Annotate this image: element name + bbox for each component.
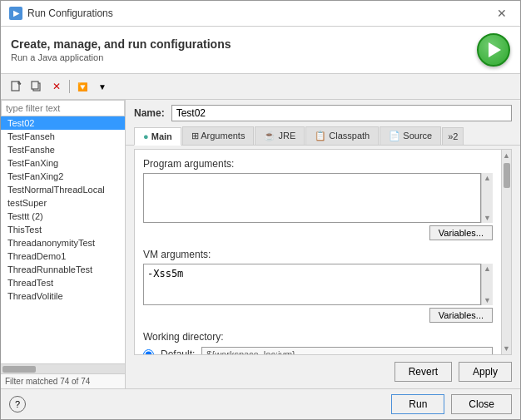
vm-args-variables-row: Variables... [143, 308, 493, 323]
scroll-up-icon[interactable]: ▲ [484, 174, 491, 182]
list-item[interactable]: ThreadRunnableTest [1, 263, 125, 276]
dialog-title: Run Configurations [27, 7, 113, 19]
apply-button[interactable]: Apply [459, 362, 512, 382]
filter-input[interactable] [1, 100, 125, 116]
list-item[interactable]: ThisTest [1, 223, 125, 236]
close-footer-button[interactable]: Close [451, 394, 512, 414]
list-item[interactable]: TestFanXing2 [1, 170, 125, 183]
filter-status: Filter matched 74 of 74 [1, 373, 125, 388]
toolbar-separator [69, 80, 70, 93]
v-scrollbar-thumb [504, 163, 510, 188]
config-panel: Program arguments: ▲ ▼ Variables... [134, 149, 512, 355]
copy-icon [31, 81, 42, 92]
vm-args-scrollbar[interactable]: ▲ ▼ [481, 264, 493, 305]
main-tab-icon: ● [143, 131, 149, 141]
tab-source[interactable]: 📄 Source [380, 126, 441, 145]
default-radio[interactable] [143, 349, 154, 355]
vm-scroll-down-icon[interactable]: ▼ [484, 296, 491, 304]
source-tab-icon: 📄 [389, 131, 400, 141]
list-item[interactable]: testSuper [1, 196, 125, 210]
config-list: Test02 TestFanseh TestFanshe TestFanXing… [1, 116, 125, 363]
default-radio-label: Default: [161, 348, 195, 354]
list-item[interactable]: TestFanseh [1, 130, 125, 143]
scroll-down-icon[interactable]: ▼ [484, 214, 491, 222]
title-bar-left: ▶ Run Configurations [9, 7, 113, 20]
tab-jre[interactable]: ☕ JRE [255, 126, 305, 145]
program-args-variables-row: Variables... [143, 225, 493, 240]
program-args-input[interactable] [143, 173, 481, 223]
jre-tab-icon: ☕ [264, 131, 275, 141]
run-button[interactable] [477, 33, 510, 67]
close-icon[interactable]: ✕ [492, 6, 512, 21]
copy-config-button[interactable] [27, 77, 46, 96]
help-button[interactable]: ? [9, 396, 26, 413]
working-dir-label: Working directory: [143, 331, 493, 343]
footer-bar: ? Run Close [1, 388, 520, 419]
delete-config-button[interactable]: ✕ [47, 77, 66, 96]
filter-button[interactable]: 🔽 [73, 77, 92, 96]
program-args-scrollbar[interactable]: ▲ ▼ [481, 173, 493, 223]
vm-args-input[interactable]: -Xss5m [143, 264, 481, 305]
program-args-variables-button[interactable]: Variables... [429, 225, 493, 240]
list-item[interactable]: ThreadVolitile [1, 289, 125, 303]
header-title: Create, manage, and run configurations [11, 37, 231, 51]
header-section: Create, manage, and run configurations R… [1, 27, 520, 74]
tab-arguments[interactable]: ⊞ Arguments [182, 126, 255, 145]
dialog-icon: ▶ [9, 7, 22, 20]
v-scroll-down-icon[interactable]: ▼ [501, 343, 512, 354]
tab-main[interactable]: ● Main [134, 127, 181, 146]
revert-button[interactable]: Revert [394, 362, 452, 382]
tab-overflow[interactable]: »2 [442, 127, 464, 145]
list-item[interactable]: TestFanshe [1, 143, 125, 156]
toolbar: ✕ 🔽 ▼ [1, 74, 520, 100]
vm-args-variables-button[interactable]: Variables... [429, 308, 493, 323]
left-panel: Test02 TestFanseh TestFanshe TestFanXing… [1, 100, 126, 388]
run-triangle-icon [489, 42, 501, 57]
footer-right-buttons: Run Close [391, 394, 512, 414]
new-config-button[interactable] [7, 77, 26, 96]
header-subtitle: Run a Java application [11, 52, 231, 62]
scrollbar-thumb [2, 366, 36, 373]
run-configurations-dialog: ▶ Run Configurations ✕ Create, manage, a… [0, 0, 521, 420]
list-item[interactable]: TestNormalThreadLocal [1, 183, 125, 196]
dropdown-button[interactable]: ▼ [93, 77, 112, 96]
right-panel: Name: ● Main ⊞ Arguments ☕ JRE 📋 Classpa… [126, 100, 520, 388]
v-scroll-up-icon[interactable]: ▲ [501, 150, 512, 161]
program-args-label: Program arguments: [143, 158, 493, 170]
main-content: Test02 TestFanseh TestFanshe TestFanXing… [1, 100, 520, 388]
vertical-scrollbar[interactable]: ▲ ▼ [501, 150, 511, 354]
tabs-bar: ● Main ⊞ Arguments ☕ JRE 📋 Classpath 📄 S… [126, 126, 520, 146]
list-item[interactable]: ThreadTest [1, 276, 125, 289]
list-item[interactable]: Test02 [1, 116, 125, 130]
default-radio-row: Default: [143, 347, 493, 354]
list-item[interactable]: TestFanXing [1, 156, 125, 170]
title-bar: ▶ Run Configurations ✕ [1, 1, 520, 27]
svg-rect-5 [32, 82, 38, 89]
name-bar: Name: [126, 100, 520, 126]
arguments-tab-icon: ⊞ [191, 131, 199, 141]
run-footer-button[interactable]: Run [391, 394, 444, 414]
name-label: Name: [134, 107, 165, 119]
vm-scroll-up-icon[interactable]: ▲ [484, 264, 491, 273]
list-item[interactable]: ThreadanonymityTest [1, 236, 125, 250]
list-item[interactable]: ThreadDemo1 [1, 250, 125, 263]
vm-args-label: VM arguments: [143, 249, 493, 260]
horizontal-scrollbar[interactable] [1, 363, 125, 373]
classpath-tab-icon: 📋 [315, 131, 326, 141]
config-content: Program arguments: ▲ ▼ Variables... [135, 150, 501, 354]
list-item[interactable]: Testtt (2) [1, 210, 125, 223]
working-dir-section: Working directory: Default: Other: [143, 331, 493, 354]
tab-classpath[interactable]: 📋 Classpath [305, 126, 379, 145]
new-icon [11, 81, 22, 92]
header-text: Create, manage, and run configurations R… [11, 37, 231, 62]
default-dir-input[interactable] [201, 347, 493, 354]
bottom-buttons: Revert Apply [126, 355, 520, 388]
name-input[interactable] [171, 105, 512, 121]
